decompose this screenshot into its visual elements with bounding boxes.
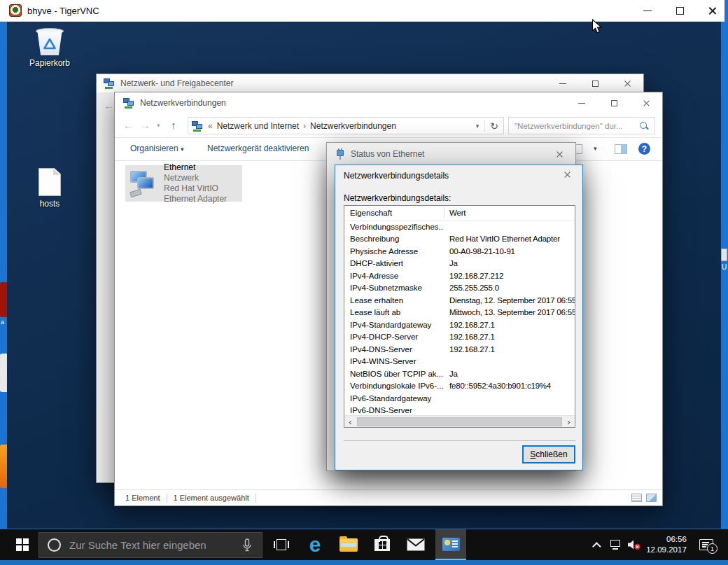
dialog-separator: [344, 440, 575, 441]
up-icon[interactable]: ↑: [171, 119, 176, 131]
breadcrumb-collapse-icon[interactable]: «: [208, 121, 213, 131]
breadcrumb-item-section[interactable]: Netzwerk und Internet: [217, 121, 299, 131]
details-row: IPv4-DNS-Server192.168.27.1: [344, 343, 575, 356]
item-count: 1 Element: [125, 494, 160, 502]
vnc-minimize-button[interactable]: [631, 0, 664, 22]
selected-count: 1 Element ausgewählt: [174, 494, 249, 502]
action-center-icon: 1: [699, 539, 713, 550]
details-row: Lease läuft abMittwoch, 13. September 20…: [344, 307, 575, 319]
details-row: Physische Adresse00-A0-98-21-10-91: [344, 245, 575, 258]
view-dropdown-icon[interactable]: ▾: [594, 145, 597, 152]
tigervnc-icon: [9, 4, 22, 17]
tray-clock[interactable]: 06:56 12.09.2017: [643, 529, 690, 560]
minimize-button[interactable]: [547, 74, 579, 92]
cortana-icon: [48, 538, 61, 552]
back-icon[interactable]: ←: [104, 99, 114, 111]
mail-icon: [407, 538, 425, 551]
breadcrumb-item-page[interactable]: Netzwerkverbindungen: [310, 121, 396, 131]
details-row: NetBIOS über TCPIP ak...Ja: [344, 368, 575, 380]
address-dropdown-icon[interactable]: ▾: [470, 123, 485, 130]
details-table-rows: Verbindungsspezifisches...BeschreibungRe…: [344, 221, 575, 417]
volume-muted-icon: [627, 539, 641, 550]
partial-icon-label: a: [1, 319, 4, 326]
store-button[interactable]: [367, 529, 398, 560]
maximize-icon: [676, 7, 684, 15]
preview-pane-icon: [615, 144, 627, 154]
network-status-icon: [609, 540, 622, 550]
tray-volume-button[interactable]: [624, 529, 644, 560]
bottom-border-strip: [0, 560, 728, 565]
taskbar-search[interactable]: [38, 532, 262, 558]
window-title: Status von Ethernet: [351, 149, 424, 159]
location-icon: [192, 120, 203, 132]
network-sharing-icon: [104, 78, 115, 89]
search-icon[interactable]: [639, 121, 649, 131]
history-dropdown-icon[interactable]: ▾: [157, 122, 160, 129]
forward-icon[interactable]: →: [140, 119, 150, 131]
column-header-value: Wert: [444, 209, 575, 217]
minimize-button[interactable]: [566, 92, 598, 113]
vnc-maximize-button[interactable]: [664, 0, 696, 22]
chevron-down-icon: ▾: [181, 146, 184, 153]
file-explorer-button[interactable]: [333, 529, 364, 560]
close-button[interactable]: [611, 74, 643, 92]
minimize-icon: [643, 11, 652, 11]
maximize-button[interactable]: [579, 74, 611, 92]
window-title: Netzwerkverbindungen: [140, 98, 226, 108]
action-center-button[interactable]: 1: [693, 529, 720, 560]
active-network-app-button[interactable]: [435, 529, 466, 560]
vnc-close-button[interactable]: [696, 0, 728, 22]
scroll-left-icon[interactable]: ‹: [344, 417, 356, 427]
clock-time: 06:56: [646, 534, 687, 545]
disable-device-button[interactable]: Netzwerkgerät deaktivieren: [207, 144, 309, 153]
maximize-button[interactable]: [598, 92, 630, 113]
taskbar-search-input[interactable]: [61, 539, 242, 551]
search-input[interactable]: [509, 122, 639, 130]
details-row: Lease erhaltenDienstag, 12. September 20…: [344, 294, 575, 307]
microphone-icon[interactable]: [242, 538, 252, 552]
desktop-icon-recycle-bin[interactable]: Papierkorb: [23, 28, 76, 68]
dialog-close-button[interactable]: [564, 171, 573, 180]
tray-network-button[interactable]: [606, 529, 624, 560]
details-row: IPv4-WINS-Server: [344, 356, 575, 368]
edge-icon: e: [309, 534, 321, 555]
details-table-header: Eigenschaft Wert: [344, 206, 575, 221]
address-bar[interactable]: « Netzwerk und Internet › Netzwerkverbin…: [188, 117, 504, 134]
scrollbar-thumb[interactable]: [357, 417, 562, 426]
vnc-window-title: bhyve - TigerVNC: [27, 6, 99, 16]
dialog-title: Netzwerkverbindungsdetails: [344, 171, 449, 181]
partial-red-icon: [0, 282, 7, 317]
explorer-statusbar: 1 Element 1 Element ausgewählt: [115, 489, 662, 505]
back-icon[interactable]: ←: [123, 119, 134, 131]
details-view-icon[interactable]: [631, 494, 642, 502]
close-button[interactable]: [543, 143, 575, 165]
breadcrumb-separator-icon: ›: [303, 121, 306, 131]
edge-button[interactable]: e: [300, 529, 330, 560]
partial-icon-label: U: [722, 263, 727, 271]
desktop-icon-hosts[interactable]: hosts: [23, 168, 76, 209]
maximize-icon: [592, 81, 598, 87]
details-row: IPv4-Subnetzmaske255.255.255.0: [344, 282, 575, 295]
task-view-icon: [274, 539, 289, 550]
tray-expand-button[interactable]: [589, 529, 606, 560]
schliessen-button[interactable]: Schließen: [522, 445, 575, 463]
close-icon: [564, 171, 573, 180]
file-icon: [38, 168, 61, 196]
chevron-up-icon: [592, 542, 601, 551]
task-view-button[interactable]: [266, 529, 297, 560]
help-button[interactable]: ?: [638, 143, 650, 155]
horizontal-scrollbar[interactable]: ‹ ›: [344, 415, 575, 427]
thumbnail-view-icon[interactable]: [646, 494, 657, 502]
search-box[interactable]: [508, 117, 655, 134]
network-details-dialog: Netzwerkverbindungsdetails Netzwerkverbi…: [335, 165, 583, 470]
mail-button[interactable]: [400, 529, 431, 560]
dialog-caption: Netzwerkverbindungsdetails:: [344, 193, 451, 203]
refresh-icon[interactable]: ↻: [484, 120, 503, 132]
close-button[interactable]: [630, 92, 662, 113]
navigation-bar: ← → ▾ ↑ « Netzwerk und Internet › Netzwe…: [115, 113, 662, 138]
preview-pane-button[interactable]: [615, 144, 627, 154]
scroll-right-icon[interactable]: ›: [563, 417, 575, 427]
start-button[interactable]: [8, 529, 36, 560]
ethernet-list-item[interactable]: Ethernet Netzwerk Red Hat VirtIO Etherne…: [125, 165, 242, 202]
organize-menu[interactable]: Organisieren ▾: [130, 144, 184, 153]
